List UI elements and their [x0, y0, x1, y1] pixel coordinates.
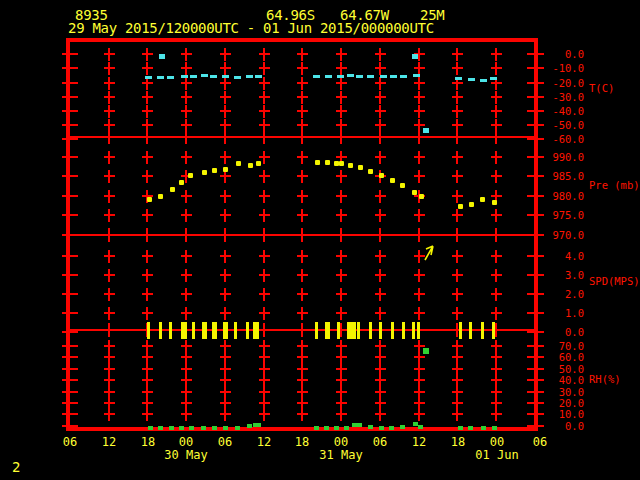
x-axis-hour-label: 12 — [97, 436, 121, 448]
humidity-point — [148, 426, 153, 430]
y-axis-tick-label: -60.0 — [544, 133, 584, 145]
humidity-point — [223, 426, 228, 430]
humidity-point — [468, 426, 473, 430]
wind-calm-mark — [159, 322, 162, 339]
humidity-point — [169, 426, 174, 430]
y-axis-unit-label: Pre (mb) — [589, 179, 640, 191]
pressure-point — [325, 160, 330, 165]
wind-calm-mark — [369, 322, 372, 339]
y-axis-tick-label: 985.0 — [544, 170, 584, 182]
wind-vector-arrow-icon — [419, 240, 445, 268]
humidity-point — [400, 425, 405, 429]
temperature-outlier-point — [423, 128, 429, 133]
wind-calm-mark — [204, 322, 207, 339]
y-axis-tick — [527, 425, 544, 427]
temperature-point — [167, 76, 174, 79]
temperature-point — [468, 78, 475, 81]
y-axis-tick — [527, 391, 544, 393]
y-axis-unit-label: SPD(MPS) — [589, 275, 640, 287]
pressure-point — [400, 183, 405, 188]
y-axis-tick — [527, 331, 544, 333]
temperature-point — [413, 74, 420, 77]
temperature-point — [400, 75, 407, 78]
humidity-point — [352, 423, 362, 427]
temperature-point — [390, 75, 397, 78]
pressure-point — [358, 165, 363, 170]
y-axis-tick — [527, 368, 544, 370]
temperature-point — [210, 75, 217, 78]
y-axis-tick-label: 40.0 — [544, 374, 584, 386]
wind-calm-mark — [234, 322, 237, 339]
wind-calm-mark — [469, 322, 472, 339]
page-number: 2 — [12, 461, 20, 474]
humidity-point — [418, 425, 423, 429]
temperature-point — [356, 75, 363, 78]
y-axis-tick-label: 0.0 — [544, 48, 584, 60]
temperature-point — [190, 75, 197, 78]
y-axis-tick-label: 0.0 — [544, 326, 584, 338]
temperature-point — [380, 75, 387, 78]
temperature-outlier-point — [412, 54, 418, 59]
pressure-point — [419, 194, 424, 199]
pressure-point — [492, 200, 497, 205]
x-axis-date-label: 31 May — [311, 449, 371, 461]
y-axis-tick — [527, 53, 544, 55]
y-axis-tick-label: 970.0 — [544, 229, 584, 241]
y-axis-tick — [62, 425, 78, 427]
y-axis-tick — [527, 175, 544, 177]
y-axis-tick — [527, 402, 544, 404]
y-axis-tick — [62, 312, 78, 314]
y-axis-tick — [62, 379, 78, 381]
temperature-point — [234, 76, 241, 79]
pressure-point — [223, 167, 228, 172]
humidity-point — [458, 426, 463, 430]
pressure-point — [202, 170, 207, 175]
temperature-point — [246, 75, 253, 78]
x-axis-date-label: 30 May — [156, 449, 216, 461]
wind-calm-mark — [481, 322, 484, 339]
wind-calm-mark — [337, 322, 340, 339]
humidity-point — [344, 426, 349, 430]
pressure-point — [179, 180, 184, 185]
y-axis-tick — [527, 312, 544, 314]
humidity-point — [324, 426, 329, 430]
humidity-point — [368, 425, 373, 429]
x-axis-date-label: 01 Jun — [467, 449, 527, 461]
wind-calm-mark — [357, 322, 360, 339]
y-axis-tick — [62, 368, 78, 370]
y-axis-tick-label: 1.0 — [544, 307, 584, 319]
time-range-title: 29 May 2015/120000UTC - 01 Jun 2015/0000… — [68, 22, 434, 35]
y-axis-tick — [62, 391, 78, 393]
y-axis-tick-label: -10.0 — [544, 62, 584, 74]
y-axis-tick — [62, 345, 78, 347]
temperature-point — [313, 75, 320, 78]
wind-calm-mark — [184, 322, 187, 339]
pressure-point — [480, 197, 485, 202]
y-axis-tick — [527, 138, 544, 140]
pressure-point — [158, 194, 163, 199]
temperature-point — [222, 75, 229, 78]
pressure-point — [379, 173, 384, 178]
temperature-point — [181, 75, 188, 78]
wind-calm-mark — [147, 322, 150, 339]
wind-calm-mark — [225, 322, 228, 339]
y-axis-tick-label: 980.0 — [544, 190, 584, 202]
x-axis-hour-label: 18 — [446, 436, 470, 448]
humidity-point — [212, 426, 217, 430]
y-axis-tick — [527, 274, 544, 276]
wind-calm-mark — [417, 322, 420, 339]
pressure-point — [390, 178, 395, 183]
x-axis-hour-label: 06 — [213, 436, 237, 448]
x-axis-hour-label: 12 — [252, 436, 276, 448]
pressure-point — [170, 187, 175, 192]
pressure-point — [339, 161, 344, 166]
humidity-point — [314, 426, 319, 430]
y-axis-tick — [62, 96, 78, 98]
pressure-point — [256, 161, 261, 166]
y-axis-unit-label: T(C) — [589, 82, 614, 94]
y-axis-tick — [62, 255, 78, 257]
y-axis-tick — [62, 110, 78, 112]
y-axis-tick — [62, 413, 78, 415]
pressure-point — [348, 163, 353, 168]
wind-calm-mark — [353, 322, 356, 339]
